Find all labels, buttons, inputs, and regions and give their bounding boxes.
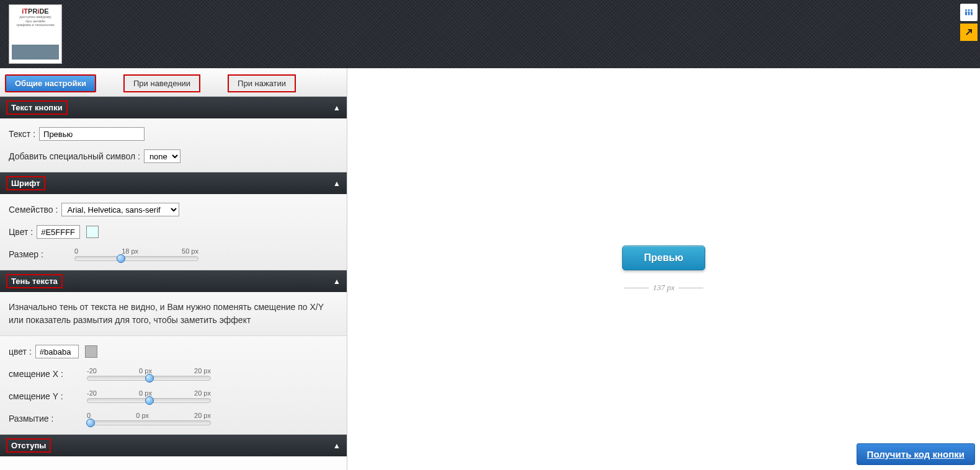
family-select[interactable]: Arial, Helvetica, sans-serif [61,203,179,216]
size-slider[interactable] [74,256,198,261]
logo-title: iTPRiDE [22,7,48,15]
preview-button[interactable]: Превью [622,246,705,270]
logo-sub3: графика и технологии [16,23,54,27]
svg-point-2 [971,9,973,11]
logo-card[interactable]: iTPRiDE доступно каждому про онлайн граф… [9,4,62,64]
preview-panel: Превью 137 px [347,68,980,470]
preview-width-label: 137 px [653,283,674,293]
size-label: Размер : [9,249,71,259]
svg-rect-3 [965,12,967,16]
offx-max: 20 px [194,367,211,375]
special-char-label: Добавить специальный символ : [9,151,140,161]
section-title-font: Шрифт [6,176,45,190]
text-label: Текст : [9,129,35,139]
size-val: 18 px [122,247,138,255]
offx-slider[interactable] [87,376,211,381]
section-body-shadow: цвет : смещение X : -20 0 px 20 px [0,336,347,435]
logo-sub1: доступно каждому [19,15,51,19]
section-header-text[interactable]: Текст кнопки ▲ [0,97,347,118]
tab-general[interactable]: Общие настройки [5,74,96,92]
topbar-right-badges [960,4,978,41]
offy-slider-handle[interactable] [145,396,154,405]
font-color-input[interactable] [37,225,80,239]
size-max: 50 px [182,247,198,255]
svg-point-0 [965,9,967,11]
family-label: Семейство : [9,205,58,215]
special-char-select[interactable]: none [144,149,180,163]
section-header-shadow[interactable]: Тень текста ▲ [0,270,347,292]
svg-point-1 [968,9,970,11]
font-color-label: Цвет : [9,227,33,237]
offy-label: смещение Y : [9,391,83,401]
offy-min: -20 [87,389,97,397]
left-panel: Общие настройки При наведении При нажати… [0,68,347,470]
font-color-swatch[interactable] [86,226,99,238]
arrow-icon[interactable] [960,24,978,41]
section-title-shadow: Тень текста [6,274,63,288]
offx-min: -20 [87,367,97,375]
offx-label: смещение X : [9,369,83,379]
size-slider-handle[interactable] [117,254,125,263]
text-input[interactable] [39,127,145,141]
rule-line-right [679,288,703,288]
preview-width-rule: 137 px [624,283,703,293]
svg-rect-4 [968,12,970,16]
people-icon[interactable] [960,4,978,21]
blur-max: 20 px [194,412,211,419]
logo-graphic [12,45,59,60]
tab-active[interactable]: При нажатии [228,74,296,92]
offx-slider-handle[interactable] [145,374,154,383]
section-body-text: Текст : Добавить специальный символ : no… [0,118,347,172]
blur-slider[interactable] [87,420,211,425]
collapse-icon[interactable]: ▲ [333,277,341,286]
top-bar: iTPRiDE доступно каждому про онлайн граф… [0,0,980,68]
section-header-padding[interactable]: Отступы ▲ [0,435,347,456]
svg-rect-5 [971,12,973,16]
blur-val: 0 px [136,412,149,419]
section-header-font[interactable]: Шрифт ▲ [0,172,347,194]
section-body-font: Семейство : Arial, Helvetica, sans-serif… [0,194,347,270]
offy-max: 20 px [194,389,211,397]
collapse-icon[interactable]: ▲ [333,179,341,188]
tabs-row: Общие настройки При наведении При нажати… [0,68,347,97]
logo-sub2: про онлайн [25,19,45,24]
blur-slider-handle[interactable] [86,419,95,427]
collapse-icon[interactable]: ▲ [333,441,341,450]
section-title-text: Текст кнопки [6,100,68,115]
section-title-padding: Отступы [6,438,51,453]
collapse-icon[interactable]: ▲ [333,104,341,112]
rule-line-left [624,288,649,288]
blur-label: Размытие : [9,414,83,423]
get-code-button[interactable]: Получить код кнопки [857,443,975,465]
size-min: 0 [74,247,78,255]
tab-hover[interactable]: При наведении [123,74,200,92]
shadow-color-label: цвет : [9,347,32,357]
offy-slider[interactable] [87,398,211,403]
shadow-color-swatch[interactable] [85,345,97,358]
shadow-color-input[interactable] [35,345,79,358]
shadow-note: Изначально тень от текста не видно, и Ва… [0,292,347,336]
